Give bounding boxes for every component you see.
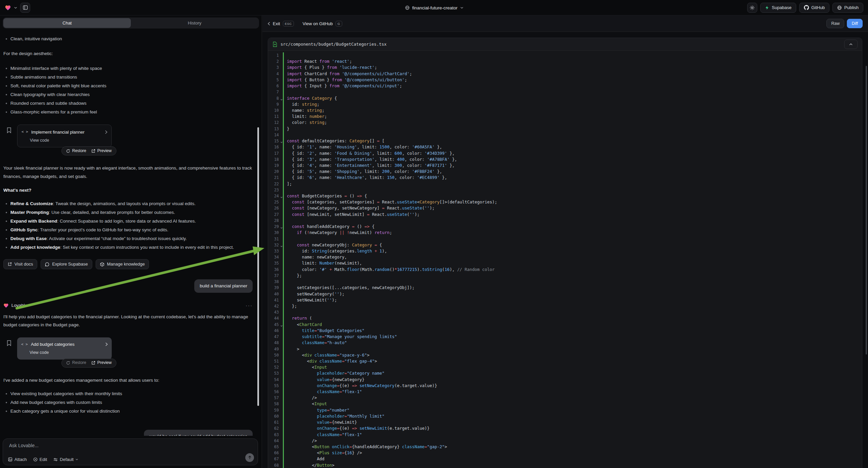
explore-supabase-button[interactable]: Explore Supabase [40,259,92,269]
list-item: Glass-morphic elements for a premium fee… [3,108,253,117]
added-paragraph: I've added a new budget categories manag… [3,376,253,384]
code-line: 62 onChange={(e) => setNewLimit(e.target… [268,426,862,431]
code-lines[interactable]: 12import React from 'react';3import { Pl… [268,51,862,468]
collapse-file-button[interactable] [844,39,858,49]
preview-button[interactable]: Preview [91,359,112,367]
settings-button[interactable] [747,3,757,13]
code-line: 47 subtitle="Manage your spending limits… [268,334,862,340]
line-number: 26 [268,205,283,211]
send-button[interactable] [245,453,254,462]
chevron-up-icon [849,43,852,45]
code-line: 23 [268,187,862,193]
list-item: Debug with Ease: Activate our experiment… [3,234,253,243]
bookmark-icon[interactable] [7,127,11,136]
line-number: 43 [268,309,283,315]
restore-button[interactable]: Restore [66,147,86,155]
line-number: 63 [268,432,283,438]
line-number: 39 [268,285,283,291]
view-on-github-button[interactable]: View on GitHub G [303,21,342,27]
publish-button[interactable]: Publish [832,3,863,13]
diff-toggle-button[interactable]: Diff [847,19,863,28]
file-path-bar[interactable]: src/components/budget/BudgetCategories.t… [268,38,862,51]
code-line: 26 const [newCategory, setNewCategory] =… [268,205,862,211]
external-link-icon [8,262,12,266]
assistant-header: Lovable ··· [3,301,253,310]
prompt-input[interactable] [9,443,241,448]
code-line: 49 > [268,346,862,352]
list-item: Soft, neutral color palette with light b… [3,82,253,90]
bookmark-icon[interactable] [7,340,11,349]
line-number: 2 [268,58,283,64]
version-card-add-budget-categories[interactable]: < > Add budget categories View code [17,338,112,359]
code-line: 40 setNewCategory(''); [268,291,862,297]
line-number: 34 [268,254,283,260]
preview-button[interactable]: Preview [91,147,112,155]
raw-toggle-button[interactable]: Raw [827,19,844,28]
line-number: 37 [268,273,283,279]
edit-button[interactable]: Edit [33,457,47,462]
line-number: 18 [268,156,283,163]
code-line: 33 id: String(categories.length + 1), [268,248,862,254]
list-item: Expand with Backend: Connect Supabase to… [3,217,253,226]
code-scrollbar-thumb[interactable] [866,66,867,354]
line-number: 1 [268,52,283,58]
project-switcher[interactable]: financial-future-creator [405,0,463,16]
line-number: 17 [268,150,283,156]
code-line: 9 id: string; [268,101,862,108]
list-item: Add project knowledge: Set key context o… [3,243,253,252]
line-number: 22 [268,181,283,187]
project-chevron-down-icon [460,7,463,9]
chat-scroll-area[interactable]: Clean, intuitive navigation For the desi… [0,31,262,436]
line-number: 52 [268,364,283,370]
logo-chevron-down-icon[interactable] [14,7,17,9]
view-code-link[interactable]: View code [30,137,49,144]
line-number: 40 [268,291,283,297]
tab-chat[interactable]: Chat [3,18,131,28]
line-number: 42 [268,303,283,309]
github-button[interactable]: GitHub [799,3,829,13]
manage-knowledge-button[interactable]: Manage knowledge [96,259,149,269]
restore-icon [66,361,70,365]
attach-button[interactable]: Attach [8,457,27,462]
list-item: Refine & Customize: Tweak the design, an… [3,199,253,208]
chat-scrollbar-thumb[interactable] [257,127,259,406]
code-line: 29 const handleAddCategory = () => { [268,224,862,230]
code-line: 59 type="number" [268,407,862,413]
line-number: 6 [268,83,283,89]
code-line: 32 const newCategoryObj: Category = { [268,242,862,248]
ready-paragraph: Your sleek financial planner is now read… [3,164,253,181]
code-line: 1 [268,52,862,58]
code-header: Exit ESC View on GitHub G Raw Diff [262,16,868,32]
sidebar-toggle-button[interactable] [20,3,30,13]
code-line: 8interface Category { [268,95,862,101]
line-number: 14 [268,132,283,138]
exit-button[interactable]: Exit ESC [268,21,294,27]
model-selector[interactable]: Default [53,457,78,462]
lovable-logo-icon[interactable] [5,5,11,10]
visit-docs-button[interactable]: Visit docs [3,259,37,269]
code-line: 25 const [categories, setCategories] = R… [268,199,862,205]
line-number: 4 [268,71,283,77]
line-number: 16 [268,144,283,150]
more-options-button[interactable]: ··· [246,304,253,307]
line-number: 68 [268,462,283,468]
line-number: 25 [268,199,283,205]
line-number: 54 [268,377,283,383]
lovable-heart-icon [3,303,9,308]
version-card-implement-financial-planner[interactable]: < > Implement financial planner View cod… [17,124,112,147]
target-icon [33,457,38,462]
code-line: 35 limit: Number(newLimit), [268,260,862,266]
tab-history[interactable]: History [131,18,258,28]
view-code-link[interactable]: View code [30,349,49,356]
github-icon [804,5,809,10]
line-number: 51 [268,358,283,364]
added-bullet-list: View existing budget categories with the… [3,389,253,416]
restore-button[interactable]: Restore [66,359,86,367]
restore-icon [66,149,70,153]
line-number: 41 [268,297,283,303]
external-link-icon [91,361,95,365]
line-number: 44 [268,315,283,321]
code-line: 22]; [268,181,862,187]
supabase-button[interactable]: Supabase [760,3,796,13]
line-number: 19 [268,163,283,169]
